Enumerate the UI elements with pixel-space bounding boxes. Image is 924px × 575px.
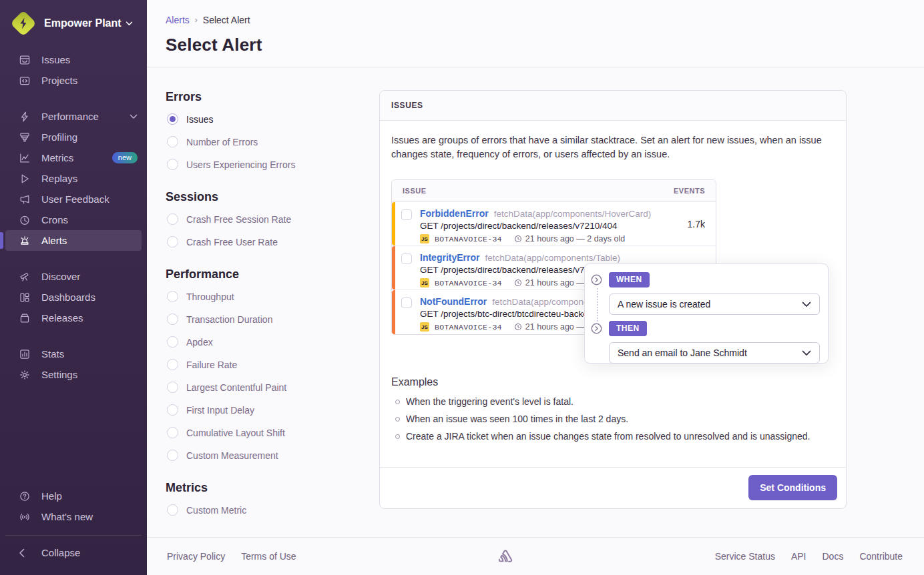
radio-option-largest-contentful-paint[interactable]: Largest Contentful Paint bbox=[167, 382, 353, 393]
docs-link[interactable]: Docs bbox=[823, 551, 844, 562]
sidebar-item-whats-new[interactable]: What's new bbox=[5, 506, 142, 527]
collapse-label: Collapse bbox=[41, 547, 80, 558]
issue-title-link[interactable]: IntegrityError bbox=[420, 252, 479, 263]
page-header: Alerts › Select Alert Select Alert bbox=[147, 0, 924, 67]
radio-option-transaction-duration[interactable]: Transaction Duration bbox=[167, 314, 353, 325]
sidebar-item-label: User Feedback bbox=[41, 193, 109, 205]
radio-option-users-experiencing-errors[interactable]: Users Experiencing Errors bbox=[167, 159, 353, 170]
radio[interactable] bbox=[167, 504, 178, 516]
sidebar-item-label: Help bbox=[41, 490, 62, 502]
issue-row[interactable]: ForbiddenError fetchData(app/components/… bbox=[392, 202, 716, 246]
radio[interactable] bbox=[167, 314, 178, 325]
sidebar-item-label: Settings bbox=[41, 369, 77, 380]
metrics-icon bbox=[19, 152, 31, 164]
sidebar-item-projects[interactable]: Projects bbox=[5, 70, 142, 91]
telescope-icon bbox=[19, 271, 31, 283]
sidebar-item-user-feedback[interactable]: User Feedback bbox=[5, 189, 142, 209]
sidebar-item-label: Replays bbox=[41, 173, 77, 184]
radio-option-custom-metric[interactable]: Custom Metric bbox=[167, 504, 353, 516]
issue-short-id: BOTANAVOICE-34 bbox=[435, 279, 502, 288]
org-switcher[interactable]: Empower Plant bbox=[0, 0, 147, 43]
sidebar-item-label: Releases bbox=[41, 312, 83, 324]
terms-of-use-link[interactable]: Terms of Use bbox=[241, 551, 296, 562]
set-conditions-button[interactable]: Set Conditions bbox=[748, 475, 837, 500]
level-indicator bbox=[392, 246, 395, 290]
sidebar-item-releases[interactable]: Releases bbox=[5, 308, 142, 328]
sidebar-item-metrics[interactable]: Metrics new bbox=[5, 147, 142, 168]
radio[interactable] bbox=[167, 382, 178, 393]
contribute-link[interactable]: Contribute bbox=[859, 551, 903, 562]
sidebar-item-discover[interactable]: Discover bbox=[5, 266, 142, 287]
radio[interactable] bbox=[167, 236, 178, 247]
sidebar-item-help[interactable]: Help bbox=[5, 486, 142, 506]
issue-title-link[interactable]: ForbiddenError bbox=[420, 208, 489, 219]
sidebar-item-issues[interactable]: Issues bbox=[5, 49, 142, 70]
issue-culprit: fetchData(app/components/Table) bbox=[485, 253, 620, 263]
footer-right-links: Service Status API Docs Contribute bbox=[715, 551, 903, 562]
projects-icon bbox=[19, 75, 31, 87]
radio-option-crash-free-user-rate[interactable]: Crash Free User Rate bbox=[167, 236, 353, 247]
radio-option-apdex[interactable]: Apdex bbox=[167, 336, 353, 348]
level-indicator bbox=[392, 290, 395, 334]
issue-checkbox[interactable] bbox=[401, 253, 412, 264]
sidebar-item-label: Projects bbox=[41, 75, 77, 86]
radio-option-first-input-delay[interactable]: First Input Delay bbox=[167, 404, 353, 416]
sidebar-item-label: Stats bbox=[41, 348, 64, 360]
radio[interactable] bbox=[167, 213, 178, 225]
sidebar: Empower Plant Issues Projects bbox=[0, 0, 147, 575]
chevron-left-icon bbox=[19, 548, 31, 558]
service-status-link[interactable]: Service Status bbox=[715, 551, 775, 562]
radio-option-issues[interactable]: Issues bbox=[167, 113, 353, 125]
sidebar-item-replays[interactable]: Replays bbox=[5, 168, 142, 189]
radio-option-failure-rate[interactable]: Failure Rate bbox=[167, 359, 353, 370]
then-select[interactable]: Send an email to Jane Schmidt bbox=[609, 342, 820, 364]
megaphone-icon bbox=[19, 193, 31, 205]
profiling-icon bbox=[19, 131, 31, 143]
sidebar-item-settings[interactable]: Settings bbox=[5, 364, 142, 385]
issue-checkbox[interactable] bbox=[401, 298, 412, 308]
column-issue: ISSUE bbox=[403, 187, 427, 195]
issue-title-link[interactable]: NotFoundError bbox=[420, 296, 487, 307]
clock-icon bbox=[19, 214, 31, 226]
radio[interactable] bbox=[167, 450, 178, 461]
radio[interactable] bbox=[167, 336, 178, 348]
chevron-down-icon bbox=[802, 302, 811, 308]
group-heading: Errors bbox=[166, 90, 353, 104]
sidebar-item-label: Alerts bbox=[41, 235, 67, 246]
group-sessions: Sessions Crash Free Session Rate Crash F… bbox=[166, 190, 353, 247]
privacy-policy-link[interactable]: Privacy Policy bbox=[167, 551, 225, 562]
bar-chart-icon bbox=[19, 348, 31, 360]
radio[interactable] bbox=[167, 427, 178, 438]
issue-transaction: GET /projects/direct/backend/releases/v7… bbox=[420, 221, 688, 231]
circle-chevron-icon bbox=[590, 322, 603, 335]
gear-icon bbox=[19, 369, 31, 381]
radio[interactable] bbox=[167, 136, 178, 147]
radio-selected[interactable] bbox=[167, 113, 178, 125]
issue-checkbox[interactable] bbox=[401, 209, 412, 220]
radio-option-throughput[interactable]: Throughput bbox=[167, 291, 353, 302]
radio-option-custom-measurement[interactable]: Custom Measurement bbox=[167, 450, 353, 461]
sidebar-item-crons[interactable]: Crons bbox=[5, 209, 142, 230]
sidebar-item-performance[interactable]: Performance bbox=[5, 106, 142, 127]
sidebar-item-stats[interactable]: Stats bbox=[5, 344, 142, 364]
sidebar-item-profiling[interactable]: Profiling bbox=[5, 127, 142, 147]
radio[interactable] bbox=[167, 159, 178, 170]
when-select[interactable]: A new issue is created bbox=[609, 294, 820, 315]
breadcrumb-current: Select Alert bbox=[203, 15, 250, 25]
clock-icon bbox=[514, 235, 522, 243]
sidebar-item-alerts[interactable]: Alerts bbox=[5, 230, 142, 251]
radio-option-crash-free-session-rate[interactable]: Crash Free Session Rate bbox=[167, 213, 353, 225]
radio-option-number-of-errors[interactable]: Number of Errors bbox=[167, 136, 353, 147]
collapse-button[interactable]: Collapse bbox=[11, 542, 136, 563]
help-icon bbox=[19, 490, 31, 502]
breadcrumb-alerts-link[interactable]: Alerts bbox=[166, 15, 190, 25]
sidebar-item-label: Profiling bbox=[41, 131, 77, 143]
when-badge: WHEN bbox=[609, 272, 650, 288]
sidebar-item-dashboards[interactable]: Dashboards bbox=[5, 287, 142, 308]
radio[interactable] bbox=[167, 404, 178, 416]
radio-option-cumulative-layout-shift[interactable]: Cumulative Layout Shift bbox=[167, 427, 353, 438]
radio[interactable] bbox=[167, 291, 178, 302]
radio[interactable] bbox=[167, 359, 178, 370]
api-link[interactable]: API bbox=[791, 551, 806, 562]
clock-icon bbox=[514, 323, 522, 331]
